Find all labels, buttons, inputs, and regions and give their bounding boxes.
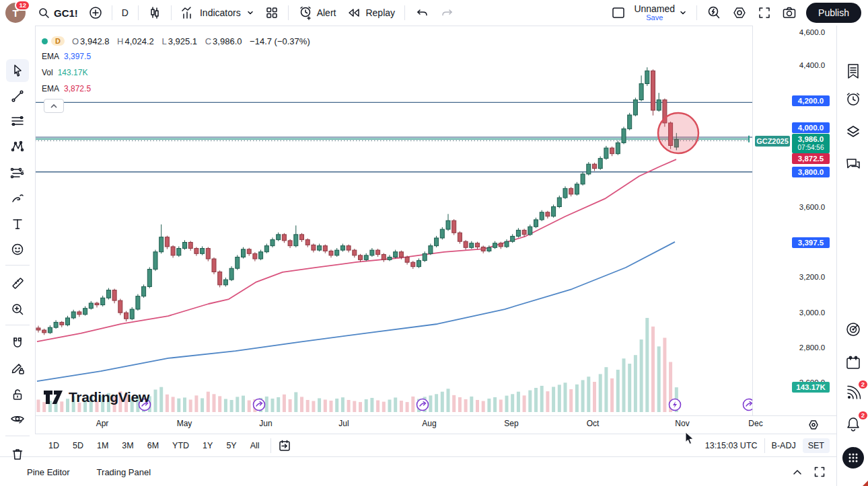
alerts-panel-button[interactable] [843, 89, 863, 110]
notifications-button[interactable]: 2 [843, 414, 863, 434]
range-button-1D[interactable]: 1D [43, 438, 65, 453]
zoom-in-tool-button[interactable] [6, 298, 29, 321]
undo-button[interactable] [409, 3, 435, 23]
object-tree-button[interactable] [843, 122, 863, 142]
screener-button[interactable] [843, 319, 863, 339]
price-scale-badge: 4,000.0 [792, 122, 830, 133]
dividend-event-icon[interactable] [254, 399, 265, 411]
save-link[interactable]: Save [646, 14, 663, 22]
news-flow-button[interactable]: 2 [843, 383, 863, 403]
apps-menu-button[interactable] [842, 447, 864, 469]
layout-select-button[interactable] [606, 3, 631, 23]
interval-button[interactable]: D [116, 3, 134, 23]
candle [575, 184, 579, 194]
price-scale-label: 3,600.0 [792, 203, 832, 211]
candle [569, 188, 573, 194]
emoji-tool-button[interactable] [6, 238, 29, 261]
hide-drawings-button[interactable] [6, 408, 29, 431]
measure-tool-button[interactable] [6, 272, 29, 294]
range-button-5D[interactable]: 5D [67, 438, 89, 453]
layout-menu-button[interactable] [678, 3, 692, 23]
fullscreen-button[interactable] [752, 3, 776, 23]
candle [593, 164, 597, 168]
volume-bar [376, 401, 379, 412]
chevron-up-icon [50, 104, 58, 109]
brush-tool-button[interactable] [6, 187, 29, 210]
indicator-row-ema-slow[interactable]: EMA 3,397.5 [42, 48, 312, 65]
cursor-tool-button[interactable] [6, 59, 29, 82]
user-avatar[interactable]: T 12 [5, 3, 26, 23]
range-button-1M[interactable]: 1M [92, 438, 114, 453]
indicator-value: 143.17K [58, 68, 88, 77]
tab-trading-panel[interactable]: Trading Panel [97, 467, 151, 477]
drawing-mode-button[interactable] [6, 357, 29, 380]
legend-main-row[interactable]: D O3,942.8 H4,024.2 L3,925.1 C3,986.0 −1… [42, 34, 312, 48]
month-label-May: May [177, 419, 192, 428]
indicators-button[interactable]: Indicators [176, 3, 246, 23]
panel-maximize-button[interactable] [808, 462, 831, 482]
indicator-templates-button[interactable] [246, 3, 260, 23]
candle [218, 272, 222, 284]
candle [147, 270, 151, 287]
zoom-in-icon [10, 302, 25, 317]
redo-button[interactable] [435, 3, 460, 23]
price-scale[interactable]: 4,600.04,400.03,600.03,200.03,000.02,800… [752, 26, 837, 415]
dividend-event-icon[interactable] [417, 399, 429, 411]
range-button-1Y[interactable]: 1Y [197, 438, 218, 453]
alert-button[interactable]: Alert [293, 3, 342, 23]
candle [505, 241, 509, 247]
candle [206, 249, 210, 259]
volume-bar [201, 398, 204, 412]
toolbar-divider [5, 325, 30, 325]
annotation-circle[interactable] [658, 113, 698, 153]
range-button-6M[interactable]: 6M [142, 438, 164, 453]
panel-expand-button[interactable] [787, 462, 808, 482]
fib-retracement-tool-button[interactable] [6, 110, 29, 132]
watchlist-button[interactable] [843, 61, 863, 81]
pattern-tool-button[interactable] [6, 135, 29, 158]
indicators-icon [181, 6, 196, 19]
lock-drawings-button[interactable] [6, 383, 29, 406]
range-button-5Y[interactable]: 5Y [221, 438, 242, 453]
range-button-YTD[interactable]: YTD [167, 438, 194, 453]
volume-bar [493, 397, 497, 412]
quick-search-button[interactable] [701, 3, 727, 23]
symbol-search-button[interactable]: GC1! [32, 3, 83, 23]
publish-button[interactable]: Publish [806, 3, 861, 23]
volume-bar [610, 378, 614, 412]
remove-drawings-button[interactable] [6, 442, 29, 465]
tab-pine-editor[interactable]: Pine Editor [27, 467, 70, 477]
layout-save-control[interactable]: Unnamed Save [631, 4, 678, 22]
range-button-3M[interactable]: 3M [116, 438, 139, 453]
range-button-All[interactable]: All [245, 438, 265, 453]
scales-settings-icon[interactable] [807, 419, 820, 431]
candle [435, 238, 439, 246]
settings-button[interactable] [727, 3, 752, 23]
text-tool-button[interactable] [6, 212, 29, 235]
clock-utc[interactable]: 13:15:03 UTC [705, 441, 758, 450]
layout-grid-button[interactable] [260, 3, 284, 23]
forecast-tool-button[interactable] [6, 161, 29, 184]
candle [136, 296, 140, 309]
replay-button[interactable]: Replay [341, 3, 400, 23]
chart-style-button[interactable] [143, 3, 167, 23]
chat-button[interactable] [843, 154, 863, 174]
indicator-row-volume[interactable]: Vol 143.17K [42, 65, 312, 81]
calendar-button[interactable] [843, 353, 863, 373]
magnet-mode-button[interactable] [6, 331, 29, 354]
volume-bar [581, 380, 585, 412]
snapshot-button[interactable] [776, 3, 802, 23]
time-axis[interactable]: AprMayJunJulAugSepOctNovDec [35, 415, 836, 434]
indicator-row-ema-fast[interactable]: EMA 3,872.5 [42, 81, 312, 97]
trend-line-tool-button[interactable] [6, 85, 29, 108]
price-scale-label: 4,600.0 [792, 28, 832, 36]
compare-add-button[interactable] [83, 3, 108, 23]
candle [229, 268, 233, 280]
adjustment-toggle[interactable]: B-ADJ [772, 441, 796, 450]
legend-collapse-button[interactable] [44, 99, 64, 113]
settlement-toggle[interactable]: SET [803, 438, 830, 453]
price-scale-badge: 3,397.5 [792, 237, 830, 248]
volume-bar [154, 390, 157, 412]
go-to-date-button[interactable] [275, 436, 294, 456]
volume-bar [464, 399, 468, 412]
